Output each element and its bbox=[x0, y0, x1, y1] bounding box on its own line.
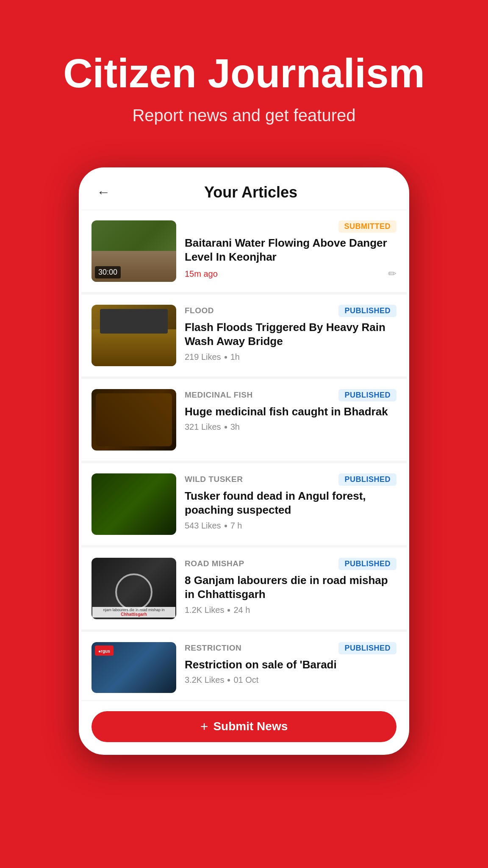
status-badge: PUBLISHED bbox=[338, 642, 396, 654]
article-content: FLOOD PUBLISHED Flash Floods Triggered B… bbox=[185, 305, 396, 362]
article-title: Huge medicinal fish caught in Bhadrak bbox=[185, 405, 396, 419]
hero-title: Citizen Journalism bbox=[25, 51, 463, 96]
article-meta-row: ROAD MISHAP PUBLISHED bbox=[185, 558, 396, 570]
article-thumbnail: njam labourers die in road mishap in Chh… bbox=[92, 558, 176, 619]
article-title: Baitarani Water Flowing Above Danger Lev… bbox=[185, 236, 396, 265]
list-item[interactable]: FLOOD PUBLISHED Flash Floods Triggered B… bbox=[81, 295, 407, 376]
article-content: RESTRICTION PUBLISHED Restriction on sal… bbox=[185, 642, 396, 685]
submit-news-button[interactable]: + Submit News bbox=[92, 711, 396, 742]
article-time: 15m ago bbox=[185, 269, 218, 279]
status-badge: PUBLISHED bbox=[338, 473, 396, 486]
status-badge: PUBLISHED bbox=[338, 389, 396, 401]
article-time: 7 h bbox=[230, 521, 242, 531]
list-item[interactable]: WILD TUSKER PUBLISHED Tusker found dead … bbox=[81, 463, 407, 545]
article-stats: 543 Likes 7 h bbox=[185, 521, 396, 531]
article-category: WILD TUSKER bbox=[185, 475, 243, 484]
article-category: ROAD MISHAP bbox=[185, 559, 244, 568]
article-title: Restriction on sale of 'Baradi bbox=[185, 658, 396, 672]
likes-count: 3.2K Likes bbox=[185, 675, 224, 685]
article-stats: 15m ago ✏ bbox=[185, 268, 396, 280]
submit-label: Submit News bbox=[213, 720, 288, 733]
article-meta-row: WILD TUSKER PUBLISHED bbox=[185, 473, 396, 486]
list-item[interactable]: MEDICINAL FISH PUBLISHED Huge medicinal … bbox=[81, 379, 407, 461]
road-place: Chhattisgarh bbox=[94, 612, 174, 617]
article-time: 1h bbox=[230, 352, 240, 362]
article-category: FLOOD bbox=[185, 306, 214, 315]
video-duration: 30:00 bbox=[95, 266, 121, 278]
submit-bar: + Submit News bbox=[81, 701, 407, 752]
article-thumbnail: ●rgus bbox=[92, 642, 176, 693]
article-time: 24 h bbox=[233, 605, 250, 615]
hero-section: Citizen Journalism Report news and get f… bbox=[0, 0, 488, 150]
article-category: MEDICINAL FISH bbox=[185, 390, 253, 400]
article-meta-row: RESTRICTION PUBLISHED bbox=[185, 642, 396, 654]
article-time: 01 Oct bbox=[233, 675, 258, 685]
article-category: RESTRICTION bbox=[185, 643, 241, 653]
separator-dot bbox=[227, 679, 230, 682]
likes-count: 321 Likes bbox=[185, 422, 221, 432]
article-stats: 3.2K Likes 01 Oct bbox=[185, 675, 396, 685]
channel-label: ●rgus bbox=[98, 649, 110, 654]
article-thumbnail bbox=[92, 305, 176, 366]
edit-icon[interactable]: ✏ bbox=[388, 268, 396, 280]
likes-count: 219 Likes bbox=[185, 352, 221, 362]
status-badge: PUBLISHED bbox=[338, 305, 396, 317]
list-item[interactable]: ●rgus RESTRICTION PUBLISHED Restriction … bbox=[81, 632, 407, 698]
list-item[interactable]: njam labourers die in road mishap in Chh… bbox=[81, 548, 407, 629]
separator-dot bbox=[225, 525, 227, 527]
article-stats: 219 Likes 1h bbox=[185, 352, 396, 362]
article-stats: 321 Likes 3h bbox=[185, 422, 396, 432]
separator-dot bbox=[225, 356, 227, 359]
articles-list: 30:00 SUBMITTED Baitarani Water Flowing … bbox=[81, 210, 407, 698]
separator-dot bbox=[225, 426, 227, 428]
road-label: njam labourers die in road mishap in bbox=[94, 608, 174, 612]
status-badge: SUBMITTED bbox=[338, 220, 397, 233]
article-thumbnail bbox=[92, 473, 176, 535]
article-title: Tusker found dead in Angul forest, poach… bbox=[185, 489, 396, 518]
article-stats: 1.2K Likes 24 h bbox=[185, 605, 396, 615]
status-badge: PUBLISHED bbox=[338, 558, 396, 570]
phone-header: ← Your Articles bbox=[81, 170, 407, 210]
article-meta-row: FLOOD PUBLISHED bbox=[185, 305, 396, 317]
likes-count: 1.2K Likes bbox=[185, 605, 224, 615]
phone-mockup: ← Your Articles 30:00 SUBMITTED Baitaran… bbox=[79, 167, 409, 755]
article-content: ROAD MISHAP PUBLISHED 8 Ganjam labourers… bbox=[185, 558, 396, 615]
article-title: Flash Floods Triggered By Heavy Rain Was… bbox=[185, 320, 396, 349]
hero-subtitle: Report news and get featured bbox=[25, 106, 463, 125]
thumb-overlay: njam labourers die in road mishap in Chh… bbox=[92, 607, 175, 618]
article-content: WILD TUSKER PUBLISHED Tusker found dead … bbox=[185, 473, 396, 531]
article-content: SUBMITTED Baitarani Water Flowing Above … bbox=[185, 220, 396, 280]
article-time: 3h bbox=[230, 422, 240, 432]
separator-dot bbox=[227, 609, 230, 612]
article-meta-row: SUBMITTED bbox=[185, 220, 396, 233]
list-item[interactable]: 30:00 SUBMITTED Baitarani Water Flowing … bbox=[81, 210, 407, 292]
article-content: MEDICINAL FISH PUBLISHED Huge medicinal … bbox=[185, 389, 396, 432]
plus-icon: + bbox=[200, 719, 208, 734]
article-meta-row: MEDICINAL FISH PUBLISHED bbox=[185, 389, 396, 401]
page-title: Your Articles bbox=[110, 184, 391, 201]
article-title: 8 Ganjam labourers die in road mishap in… bbox=[185, 573, 396, 602]
article-thumbnail bbox=[92, 389, 176, 451]
channel-badge: ●rgus bbox=[95, 645, 114, 656]
back-button[interactable]: ← bbox=[97, 184, 110, 200]
likes-count: 543 Likes bbox=[185, 521, 221, 531]
article-thumbnail: 30:00 bbox=[92, 220, 176, 282]
